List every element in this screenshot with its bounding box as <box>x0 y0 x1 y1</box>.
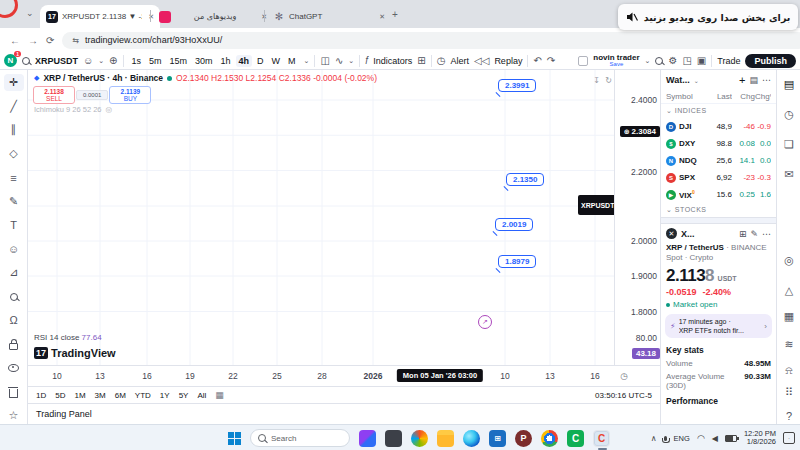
range-1y[interactable]: 1Y <box>160 391 170 400</box>
pattern-tool-icon[interactable]: ◇ <box>4 145 24 162</box>
line-style-icon[interactable]: ∿ <box>335 55 343 66</box>
app-file-explorer[interactable] <box>437 430 454 447</box>
idea-marker-icon[interactable]: ↗ <box>478 315 492 329</box>
notifications-panel-icon[interactable]: ⍾ <box>777 364 800 377</box>
alert-button[interactable]: Alert <box>450 56 469 66</box>
price-level-label-2.3991[interactable]: 2.3991 <box>498 79 536 92</box>
alert-clock-icon[interactable]: ◷ <box>437 55 446 66</box>
clock-date[interactable]: 12:20 PM1/8/2026 <box>744 430 776 446</box>
scale-refresh-icon[interactable]: ↻ <box>605 76 612 85</box>
edit-icon[interactable]: ✎ <box>750 229 758 239</box>
help-icon[interactable]: ? <box>777 410 800 422</box>
volume-icon[interactable]: ◀ <box>712 434 718 443</box>
add-symbol-icon[interactable]: + <box>739 74 745 86</box>
mic-icon[interactable] <box>664 436 667 441</box>
candle-style-icon[interactable]: ◫ <box>320 55 329 66</box>
legend-symbol[interactable]: XRP / TetherUS · 4h · Binance <box>43 73 163 83</box>
calendar-panel-icon[interactable]: ▦ <box>777 310 800 323</box>
quick-search-icon[interactable] <box>655 57 663 65</box>
timeframe-W[interactable]: W <box>269 55 284 67</box>
chevron-down-icon[interactable]: ⌄ <box>348 57 354 65</box>
favorites-tool-icon[interactable]: ☆ <box>4 407 24 424</box>
hidden-icons-chevron[interactable]: ∧ <box>651 434 657 443</box>
chevron-down-icon[interactable]: ⌄ <box>694 77 699 84</box>
streams-panel-icon[interactable]: ≋ <box>777 338 800 351</box>
more-options-icon[interactable]: ⋯ <box>762 75 771 85</box>
taskbar-search[interactable]: Search <box>250 429 350 447</box>
range-ytd[interactable]: YTD <box>135 391 151 400</box>
settings-gear-icon[interactable]: ⚙ <box>668 55 677 66</box>
unmute-hint-overlay[interactable]: برای پخش صدا روی ویدیو بزنید <box>618 4 798 30</box>
app-edge[interactable] <box>463 430 480 447</box>
timeframe-5m[interactable]: 5m <box>146 55 165 67</box>
object-tree-icon[interactable]: ◎ <box>777 254 800 267</box>
battery-icon[interactable] <box>725 435 737 442</box>
layout-grid-icon[interactable]: ⊞ <box>739 229 747 239</box>
measure-tool-icon[interactable]: ⊿ <box>4 264 24 281</box>
trendline-tool-icon[interactable]: ╱ <box>4 98 24 115</box>
text-tool-icon[interactable]: T <box>4 217 24 234</box>
symbol-name[interactable]: XRPUSDT <box>35 56 78 66</box>
timeframe-15m[interactable]: 15m <box>167 55 191 67</box>
timeframe-1s[interactable]: 1s <box>129 55 145 67</box>
redo-icon[interactable]: ↷ <box>547 55 555 66</box>
watchlist-row-SPX[interactable]: SSPX6,92-23-0.3 <box>661 169 776 186</box>
timeframe-M[interactable]: M <box>285 55 299 67</box>
notification-center-icon[interactable]: · <box>783 432 795 444</box>
zoom-tool-icon[interactable] <box>4 288 24 305</box>
panel-divider[interactable] <box>661 217 776 224</box>
tradingview-logo[interactable]: 17 TradingView <box>34 347 116 359</box>
indicator-legend[interactable]: Ichimoku 9 26 52 26 ◎ <box>34 105 112 114</box>
forward-icon[interactable]: → <box>28 35 38 46</box>
more-options-icon[interactable]: ⋯ <box>762 229 771 239</box>
fullscreen-icon[interactable]: ◳ <box>682 55 691 66</box>
ideas-panel-icon[interactable]: △ <box>777 284 800 297</box>
range-3m[interactable]: 3M <box>95 391 106 400</box>
back-icon[interactable]: ← <box>10 35 20 46</box>
app-store[interactable]: ⊞ <box>489 430 506 447</box>
indicators-icon[interactable]: 𝑓 <box>365 55 368 67</box>
tab-videos[interactable]: ویدیوهای من ✕ <box>153 5 273 28</box>
range-5y[interactable]: 5Y <box>179 391 189 400</box>
chart-area[interactable]: ◆ XRP / TetherUS · 4h · Binance O2.1340 … <box>28 70 614 365</box>
site-info-icon[interactable]: ⇆ <box>72 36 79 45</box>
market-status[interactable]: Market open <box>661 298 776 311</box>
mood-icon[interactable]: ☺ <box>83 55 93 66</box>
compare-icon[interactable]: ⊕ <box>109 55 117 66</box>
chevron-down-icon[interactable]: ⌄ <box>645 57 651 65</box>
watchlist-row-DJI[interactable]: DDJI48,9-46-0.9 <box>661 118 776 135</box>
chevron-down-icon[interactable]: ⌄ <box>304 57 310 65</box>
undo-icon[interactable]: ↶ <box>533 55 541 66</box>
watchlist-row-DXY[interactable]: $DXY98.80.080.0 <box>661 135 776 152</box>
range-1m[interactable]: 1M <box>74 391 85 400</box>
timeframe-1h[interactable]: 1h <box>218 55 234 67</box>
app-chrome[interactable] <box>541 430 558 447</box>
hidden-eye-icon[interactable]: ◎ <box>106 105 113 114</box>
layout-checkbox[interactable] <box>578 56 588 66</box>
watchlist-row-VIX[interactable]: ▶VIX015.60.251.6 <box>661 186 776 203</box>
wifi-icon[interactable]: ◠ <box>697 433 705 443</box>
session-clock[interactable]: 03:50:16 UTC-5 <box>595 391 652 400</box>
watchlist-panel-icon[interactable]: ▤ <box>749 75 758 85</box>
emoji-tool-icon[interactable]: ☺ <box>4 241 24 258</box>
save-link[interactable]: Save <box>610 61 624 68</box>
sell-button[interactable]: 2.1138SELL <box>33 86 75 104</box>
price-level-label-1.8979[interactable]: 1.8979 <box>498 255 536 268</box>
tab-tradingview[interactable]: 17 XRPUSDT 2.1138 ▼ -2.4% novi ✕ <box>40 5 160 28</box>
close-tab-icon[interactable]: ✕ <box>379 13 385 21</box>
hide-drawings-tool-icon[interactable] <box>4 360 24 377</box>
start-button[interactable] <box>228 432 241 445</box>
range-6m[interactable]: 6M <box>115 391 126 400</box>
app-c-red[interactable]: C <box>593 430 610 447</box>
details-symbol[interactable]: X... <box>681 229 695 239</box>
app-p[interactable]: P <box>515 430 532 447</box>
app-snip[interactable] <box>385 430 402 447</box>
app-copilot[interactable] <box>411 430 428 447</box>
symbol-search-icon[interactable] <box>22 57 30 65</box>
tab-search-chevron-icon[interactable]: ⌄ <box>26 8 34 18</box>
replay-icon[interactable]: ◁◁ <box>474 55 489 66</box>
news-card[interactable]: ⚡ 17 minutes ago ·XRP ETFs notch fir... … <box>665 314 772 338</box>
chat-panel-icon[interactable]: ✉ <box>777 168 800 181</box>
magnet-tool-icon[interactable]: Ω <box>4 312 24 329</box>
chart-legend[interactable]: ◆ XRP / TetherUS · 4h · Binance O2.1340 … <box>34 73 377 83</box>
